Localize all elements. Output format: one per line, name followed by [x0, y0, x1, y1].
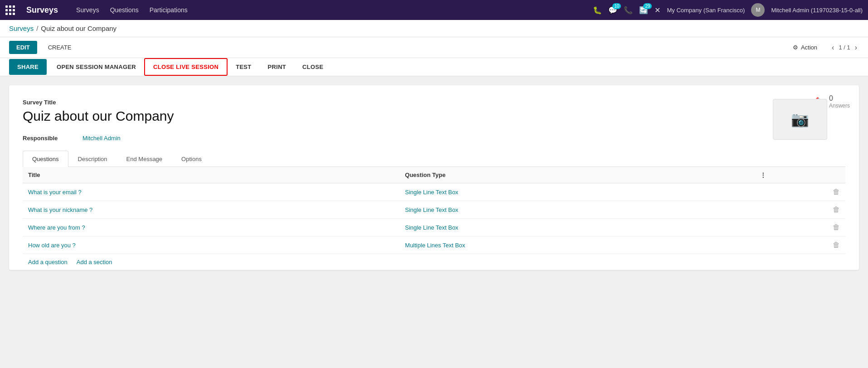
tab-description[interactable]: Description — [68, 151, 117, 167]
table-row: Where are you from ? Single Line Text Bo… — [23, 219, 845, 236]
prev-page-button[interactable]: ‹ — [830, 43, 836, 53]
col-actions-header[interactable]: ⋮ — [755, 167, 845, 183]
question-title[interactable]: Where are you from ? — [23, 219, 400, 236]
question-type: Single Line Text Box — [400, 201, 755, 219]
page-info: 1 / 1 — [839, 44, 850, 51]
action-menu[interactable]: ⚙ Action — [793, 44, 817, 51]
breadcrumb-current: Quiz about our Company — [41, 25, 116, 32]
photo-placeholder[interactable]: 📷 — [773, 99, 827, 140]
app-grid-icon[interactable] — [5, 5, 15, 15]
create-button[interactable]: CREATE — [41, 41, 79, 54]
close-button[interactable]: CLOSE — [294, 59, 331, 75]
breadcrumb: Surveys / Quiz about our Company — [0, 20, 868, 37]
top-nav-icons: 🐛 💬 10 📞 🔄 29 ✕ My Company (San Francisc… — [593, 3, 863, 17]
add-question-link[interactable]: Add a question — [28, 259, 68, 265]
questions-table: Title Question Type ⋮ What is your email… — [23, 167, 845, 254]
close-live-session-button[interactable]: CLOSE LIVE SESSION — [144, 58, 228, 76]
top-nav: Surveys Surveys Questions Participations… — [0, 0, 868, 20]
tab-questions[interactable]: Questions — [23, 151, 68, 167]
phone-icon[interactable]: 📞 — [624, 6, 633, 15]
question-type: Multiple Lines Text Box — [400, 236, 755, 254]
breadcrumb-separator: / — [36, 25, 38, 32]
delete-icon[interactable]: 🗑 — [833, 241, 840, 249]
top-nav-links: Surveys Questions Participations — [72, 5, 584, 15]
next-page-button[interactable]: › — [853, 43, 859, 53]
refresh-badge: 29 — [643, 3, 652, 9]
question-title[interactable]: How old are you ? — [23, 236, 400, 254]
add-links: Add a question Add a section — [23, 254, 845, 270]
avatar: M — [751, 3, 765, 17]
survey-title-label: Survey Title — [23, 99, 845, 106]
open-session-button[interactable]: OPEN SESSION MANAGER — [48, 59, 144, 75]
test-button[interactable]: TEST — [228, 59, 259, 75]
table-row: How old are you ? Multiple Lines Text Bo… — [23, 236, 845, 254]
company-name: My Company (San Francisco) — [667, 7, 745, 14]
question-type: Single Line Text Box — [400, 219, 755, 236]
print-button[interactable]: PRINT — [260, 59, 295, 75]
delete-icon[interactable]: 🗑 — [833, 223, 840, 231]
chat-icon[interactable]: 💬 10 — [608, 6, 617, 15]
responsible-row: Responsible Mitchell Admin — [23, 135, 845, 142]
col-type-header: Question Type — [400, 167, 755, 183]
question-title[interactable]: What is your nickname ? — [23, 201, 400, 219]
edit-button[interactable]: EDIT — [9, 41, 37, 54]
question-title[interactable]: What is your email ? — [23, 183, 400, 201]
user-name: Mitchell Admin (11970238-15-0-all) — [771, 7, 863, 14]
secondary-nav: SHARE OPEN SESSION MANAGER CLOSE LIVE SE… — [0, 58, 868, 76]
delete-icon[interactable]: 🗑 — [833, 188, 840, 196]
content-card: ✏️ 0 Answers 📷 Survey Title Quiz about o… — [9, 85, 859, 270]
answers-count: 0 — [829, 94, 850, 103]
camera-icon: 📷 — [791, 111, 809, 128]
refresh-icon[interactable]: 🔄 29 — [639, 6, 648, 15]
nav-participations[interactable]: Participations — [145, 5, 192, 15]
table-row: What is your email ? Single Line Text Bo… — [23, 183, 845, 201]
app-brand: Surveys — [26, 5, 58, 15]
gear-icon: ⚙ — [793, 44, 798, 51]
responsible-value[interactable]: Mitchell Admin — [82, 135, 121, 142]
bug-icon[interactable]: 🐛 — [593, 6, 602, 15]
tab-options[interactable]: Options — [172, 151, 211, 167]
nav-questions[interactable]: Questions — [106, 5, 143, 15]
action-label: Action — [801, 44, 817, 51]
share-button[interactable]: SHARE — [9, 59, 47, 75]
nav-surveys[interactable]: Surveys — [72, 5, 104, 15]
responsible-label: Responsible — [23, 135, 77, 142]
chat-badge: 10 — [612, 3, 621, 9]
action-bar: EDIT CREATE ⚙ Action ‹ 1 / 1 › — [0, 37, 868, 58]
answers-label: Answers — [829, 103, 850, 109]
pagination: ‹ 1 / 1 › — [830, 43, 859, 53]
close-icon[interactable]: ✕ — [655, 6, 660, 15]
main-content: ✏️ 0 Answers 📷 Survey Title Quiz about o… — [0, 76, 868, 279]
add-section-link[interactable]: Add a section — [77, 259, 112, 265]
table-row: What is your nickname ? Single Line Text… — [23, 201, 845, 219]
question-type: Single Line Text Box — [400, 183, 755, 201]
delete-icon[interactable]: 🗑 — [833, 206, 840, 213]
survey-title-value: Quiz about our Company — [23, 108, 845, 124]
breadcrumb-parent[interactable]: Surveys — [9, 25, 34, 32]
tab-end-message[interactable]: End Message — [117, 151, 172, 167]
col-title-header: Title — [23, 167, 400, 183]
tabs-bar: Questions Description End Message Option… — [23, 151, 845, 167]
